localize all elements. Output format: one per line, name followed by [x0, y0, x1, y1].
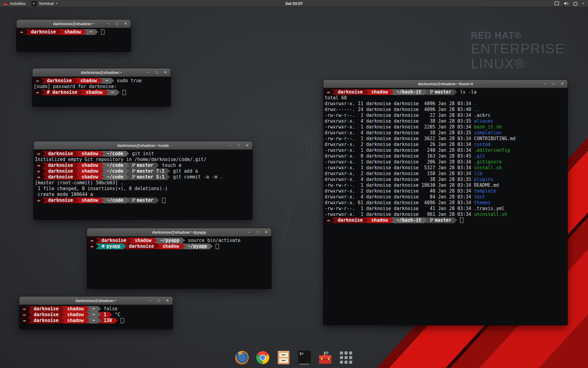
- powerline-separator: [117, 90, 120, 95]
- clock[interactable]: Sat 03:57: [0, 1, 588, 6]
- powerline-separator: [61, 312, 64, 317]
- powerline-separator: [58, 29, 62, 35]
- firefox-icon[interactable]: [234, 350, 250, 366]
- output-text: drwxrwxr-x. 4 darknoise darknoise 84 Jan…: [325, 194, 474, 200]
- redhat-icon: [37, 198, 41, 204]
- terminal-body[interactable]: darknoiseshadow~falsedarknoiseshadow~1^C…: [19, 305, 173, 329]
- app-grid-icon[interactable]: [338, 350, 354, 366]
- prompt-segment-user: darknoise: [31, 312, 61, 318]
- system-status-area[interactable]: ▼: [554, 0, 588, 7]
- prompt-segment-path: ~/code: [104, 174, 126, 180]
- maximize-button[interactable]: □: [155, 71, 159, 74]
- powerline-separator: [167, 174, 170, 180]
- prompt-segment-user: darknoise: [335, 217, 365, 223]
- prompt-segment-user: darknoise: [126, 243, 156, 249]
- titlebar[interactable]: darknoise@shadow:~/code – □ ✕: [34, 141, 252, 150]
- close-button[interactable]: ✕: [123, 22, 128, 25]
- terminal-window-home-1[interactable]: darknoise@shadow:~ – □ ✕ darknoiseshadow…: [17, 20, 131, 52]
- titlebar[interactable]: darknoise@shadow:~ – □ ✕: [32, 68, 171, 77]
- terminal-body[interactable]: darknoiseshadow~/bash-itmasterls -latota…: [323, 88, 567, 325]
- titlebar[interactable]: darknoise@shadow:~ – □ ✕: [19, 297, 173, 305]
- chrome-icon[interactable]: [255, 350, 271, 366]
- prompt-line: darknoiseshadow~false: [21, 306, 171, 312]
- minimize-button[interactable]: –: [543, 82, 547, 86]
- powerline-separator: [156, 197, 159, 203]
- powerline-separator: [95, 29, 98, 35]
- terminal-body[interactable]: darknoiseshadow~/pyappsource bin/activat…: [87, 236, 271, 289]
- output-text: drwxrwxr-x. 4 darknoise darknoise 38 Jan…: [325, 177, 474, 182]
- redhat-icon: [326, 218, 330, 224]
- maximize-button[interactable]: □: [236, 144, 241, 147]
- terminal-window-home-2[interactable]: darknoise@shadow:~ – □ ✕ darknoiseshadow…: [19, 297, 173, 329]
- output-text: [master (root-commit) 50bcb63] .: [35, 180, 123, 186]
- terminal-body[interactable]: darknoiseshadow~/codegit initInitialized…: [34, 150, 252, 220]
- app-menu-button[interactable]: $> Terminal ▼: [28, 0, 61, 7]
- minimize-button[interactable]: –: [146, 71, 150, 74]
- window-title: darknoise@shadow:~: [75, 298, 116, 303]
- prompt-segment-hat: [21, 318, 28, 324]
- directory-name: test: [474, 194, 485, 200]
- prompt-segment-user: darknoise: [44, 78, 74, 84]
- maximize-button[interactable]: □: [255, 230, 260, 234]
- powerline-separator: [42, 163, 45, 168]
- output-text: drwxrwxr-x. 2 darknoise darknoise 150 Ja…: [325, 171, 474, 176]
- terminal-window-sudo[interactable]: darknoise@shadow:~ – □ ✕ darknoiseshadow…: [32, 68, 171, 106]
- command-text: sudo true: [117, 78, 142, 83]
- close-button[interactable]: ✕: [560, 82, 564, 86]
- output-text: -rwxrwxr-x. 1 darknoise darknoise 240 Ja…: [325, 148, 474, 153]
- output-text: 1 file changed, 0 insertions(+), 0 delet…: [35, 186, 168, 191]
- toolbox-icon[interactable]: [317, 350, 333, 366]
- output-text: .travis.yml: [474, 206, 504, 211]
- powerline-separator: [41, 90, 44, 95]
- display-icon: [554, 1, 559, 6]
- prompt-segment-hat: [35, 151, 42, 157]
- terminal-dock-icon[interactable]: $>: [296, 350, 312, 366]
- redhat-icon: [22, 318, 26, 324]
- close-button[interactable]: ✕: [264, 230, 268, 234]
- maximize-button[interactable]: □: [157, 299, 161, 302]
- terminal-body[interactable]: darknoiseshadow~sudo true[sudo] password…: [32, 77, 171, 106]
- titlebar[interactable]: darknoise@shadow:~/bash-it – □ ✕: [323, 80, 567, 88]
- minimize-button[interactable]: –: [106, 22, 111, 25]
- close-button[interactable]: ✕: [245, 144, 249, 147]
- output-text: total 68: [325, 95, 347, 101]
- terminal-window-code[interactable]: darknoise@shadow:~/code – □ ✕ darknoises…: [34, 141, 252, 220]
- output-line: [sudo] password for darknoise:: [34, 84, 169, 90]
- minimize-button[interactable]: –: [247, 230, 251, 234]
- output-text: [sudo] password for darknoise:: [34, 84, 117, 89]
- executable-name: uninstall.sh: [474, 212, 507, 217]
- close-button[interactable]: ✕: [165, 299, 170, 302]
- terminal-cursor: [101, 29, 104, 35]
- terminal-body[interactable]: darknoiseshadow~: [17, 28, 131, 52]
- rhel-branding: RED HAT® ENTERPRISE LINUX®: [471, 30, 565, 71]
- maximize-button[interactable]: □: [115, 22, 119, 25]
- prompt-segment-hat: [88, 238, 96, 243]
- prompt-segment-host: shadow: [132, 238, 154, 243]
- terminal-window-pyapp[interactable]: darknoise@shadow:~/pyapp – □ ✕ darknoise…: [87, 228, 271, 289]
- titlebar[interactable]: darknoise@shadow:~ – □ ✕: [17, 20, 131, 28]
- powerline-separator: [74, 78, 77, 83]
- minimize-button[interactable]: –: [148, 299, 153, 302]
- close-button[interactable]: ✕: [163, 71, 168, 74]
- command-text: git commit -a -m .: [173, 174, 223, 180]
- titlebar[interactable]: darknoise@shadow:~/pyapp – □ ✕: [87, 228, 271, 236]
- prompt-line: darknoiseshadow~: [18, 29, 129, 35]
- prompt-segment-host: shadow: [62, 29, 84, 35]
- output-line: drwxrwxr-x. 4 darknoise darknoise 84 Jan…: [325, 194, 566, 200]
- activities-button[interactable]: Activities: [0, 0, 28, 7]
- minimize-button[interactable]: –: [228, 144, 232, 147]
- directory-name: .: [474, 101, 477, 106]
- output-text: drwxrwxr-x. 2 darknoise darknoise 26 Jan…: [325, 142, 474, 147]
- output-line: drwxrwxr-x. 4 darknoise darknoise 38 Jan…: [325, 118, 566, 124]
- files-icon[interactable]: [276, 350, 292, 366]
- terminal-app-icon: $>: [32, 1, 37, 6]
- terminal-window-bash-it[interactable]: darknoise@shadow:~/bash-it – □ ✕ darknoi…: [323, 80, 567, 325]
- prompt-segment-user: darknoise: [31, 318, 61, 324]
- powerline-separator: [332, 89, 335, 95]
- powerline-separator: [126, 163, 129, 168]
- prompt-segment-user: darknoise: [335, 89, 365, 95]
- prompt-segment-hat: [18, 29, 25, 35]
- powerline-separator: [101, 163, 104, 168]
- prompt-segment-host: shadow: [79, 174, 101, 180]
- maximize-button[interactable]: □: [552, 82, 556, 86]
